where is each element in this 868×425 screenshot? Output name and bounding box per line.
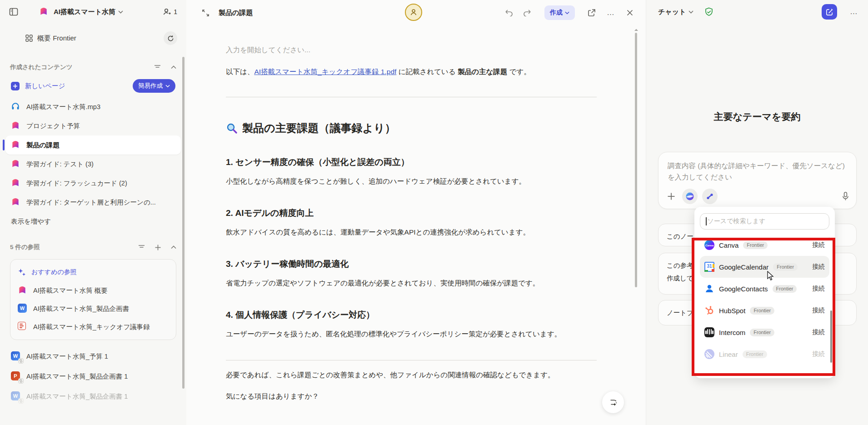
research-input[interactable]: 調査内容 (具体的な詳細やキーワード、優先ソースなど) を入力してください [658,152,857,209]
linked-file-item[interactable]: P AI搭載スマート水筒_製品企画書 1 [5,366,181,386]
reference-item[interactable]: W AI搭載スマート水筒_製品企画書 [12,300,174,318]
attach-plus-icon[interactable] [665,192,678,201]
linked-file-label: AI搭載スマート水筒_製品企画書 1 [26,392,128,401]
reference-item[interactable]: AI搭載スマート水筒 概要 [12,281,174,300]
sidebar-item-study-target[interactable]: 学習ガイド: ターゲット層と利用シーンの... [5,193,181,212]
connector-name: HubSpot [719,307,745,315]
editor-placeholder[interactable]: 入力を開始してください... [226,45,597,55]
linked-file-item[interactable]: W AI搭載スマート水筒_予算 1 [5,346,181,366]
source-pdf-link[interactable]: AI搭載スマート水筒_キックオフ議事録 1.pdf [254,68,396,75]
recommended-references[interactable]: おすすめの参照 [12,263,174,281]
source-search-input[interactable]: ソースで検索します [700,213,829,230]
new-chat-button[interactable] [822,4,837,20]
sidebar-item-study-flashcards[interactable]: 学習ガイド: フラッシュカード (2) [5,174,181,193]
section-title: 4. 個人情報保護（プライバシー対応） [226,309,597,321]
sidebar-scrollbar[interactable] [182,57,185,389]
connect-button[interactable]: 接続 [812,241,825,249]
connect-button[interactable]: 接続 [812,328,825,336]
connect-button[interactable]: 接続 [812,350,825,358]
red-notes-icon [18,322,28,332]
main-heading: 製品の主要課題（議事録より） [226,121,597,135]
new-page-label: 新しいページ [25,82,65,90]
sidebar-item-mp3[interactable]: AI搭載スマート水筒.mp3 [5,97,181,116]
sidebar-item-label: 学習ガイド: フラッシュカード (2) [26,179,127,188]
plus-square-icon [11,82,20,90]
reference-label: AI搭載スマート水筒_製品企画書 [33,305,129,313]
refresh-button[interactable] [164,31,177,45]
connect-button[interactable]: 接続 [812,263,825,271]
filter-icon[interactable] [138,245,145,250]
connector-row-hubspot[interactable]: HubSpot Frontier 接続 [700,300,829,321]
frontier-badge: Frontier [750,329,774,336]
word-doc-link-icon: W [11,391,21,401]
reference-label: AI搭載スマート水筒_キックオフ議事録 [33,323,150,331]
overview-label[interactable]: 概要 Frontier [37,34,76,43]
share-icon[interactable] [588,9,596,17]
chat-more-icon[interactable]: … [850,7,858,16]
continue-writing-button[interactable] [602,391,624,413]
connect-button[interactable]: 接続 [812,306,825,315]
connector-row-canva[interactable]: Canva Canva Frontier 接続 [700,234,829,256]
hubspot-icon [704,305,714,315]
frontier-badge: Frontier [773,263,798,271]
connectors-icon[interactable] [702,189,718,204]
section-body: 小型化しながら高精度を保つことが難しく、追加のハードウェア検証が必要とされていま… [226,177,597,186]
canva-icon: Canva [704,240,714,250]
outro-question: 気になる項目はありますか？ [226,392,597,401]
references-title: 5 件の参照 [10,243,40,251]
frontier-badge: Frontier [773,285,797,293]
sidebar-item-label: プロジェクト予算 [26,122,80,130]
document-panel: 製品の課題 作成 … 入力を開始し [186,0,646,425]
connector-row-googlecontacts[interactable]: GoogleContacts Frontier 接続 [700,278,829,300]
expand-icon[interactable] [202,9,210,17]
dropdown-scroll-up-icon[interactable] [827,237,831,240]
filter-icon[interactable] [154,65,161,70]
sidebar-item-product-issues[interactable]: 製品の課題 [5,135,181,155]
avatar[interactable] [405,4,422,21]
sparkles-icon [18,268,26,276]
gradient-book-icon [11,140,21,150]
show-more-button[interactable]: 表示を増やす [5,212,181,231]
doc-scrollbar[interactable] [635,33,637,287]
reference-item[interactable]: AI搭載スマート水筒_キックオフ議事録 [12,318,174,336]
linked-file-item[interactable]: W AI搭載スマート水筒_製品企画書 1 [5,386,181,406]
reference-label: AI搭載スマート水筒 概要 [33,286,108,295]
connect-button[interactable]: 接続 [812,285,825,293]
close-icon[interactable] [627,10,633,16]
redo-icon[interactable] [523,9,532,16]
create-button[interactable]: 作成 [544,5,575,20]
add-reference-icon[interactable] [155,245,161,250]
undo-icon[interactable] [504,9,513,16]
more-icon[interactable]: … [607,8,615,17]
quick-create-button[interactable]: 簡易作成 [133,79,175,93]
section-title: 1. センサー精度の確保（小型化と誤差の両立） [226,156,597,168]
chat-mode-selector[interactable]: チャット [658,8,693,16]
members-icon[interactable]: 1 [162,8,177,16]
new-page-button[interactable]: 新しいページ 簡易作成 [5,76,181,95]
sidebar-item-study-test[interactable]: 学習ガイド: テスト (3) [5,155,181,174]
connector-row-intercom[interactable]: Intercom Frontier 接続 [700,321,829,343]
panel-toggle-icon[interactable] [9,7,18,16]
shield-check-icon[interactable] [704,7,713,16]
section-title: 2. AIモデルの精度向上 [226,207,597,219]
doc-scroll-up-icon[interactable] [634,28,639,31]
references-box: おすすめの参照 AI搭載スマート水筒 概要 W AI搭載スマート水筒_製品企画書… [10,259,176,340]
dropdown-scrollbar[interactable] [830,310,832,363]
collapse-icon[interactable] [171,245,176,249]
gradient-book-icon [18,285,28,295]
connector-row-googlecalendar[interactable]: 31 GoogleCalendar Frontier 接続 [700,256,829,278]
connector-row-linear[interactable]: Linear Frontier 接続 [700,343,829,365]
link-badge-icon [18,398,24,404]
word-doc-link-icon: W [11,351,21,361]
sidebar-item-budget[interactable]: プロジェクト予算 [5,116,181,135]
divider [226,360,597,360]
connector-name: Canva [719,241,738,249]
mic-icon[interactable] [842,192,849,201]
workspace-book-icon [39,7,49,17]
word-doc-icon: W [18,304,28,314]
copilot-model-icon[interactable] [682,189,698,204]
chat-heading: 主要なテーマを要約 [646,110,868,123]
workspace-title[interactable]: AI搭載スマート水筒 [54,8,123,16]
collapse-icon[interactable] [171,65,176,69]
gradient-book-icon [11,159,21,169]
